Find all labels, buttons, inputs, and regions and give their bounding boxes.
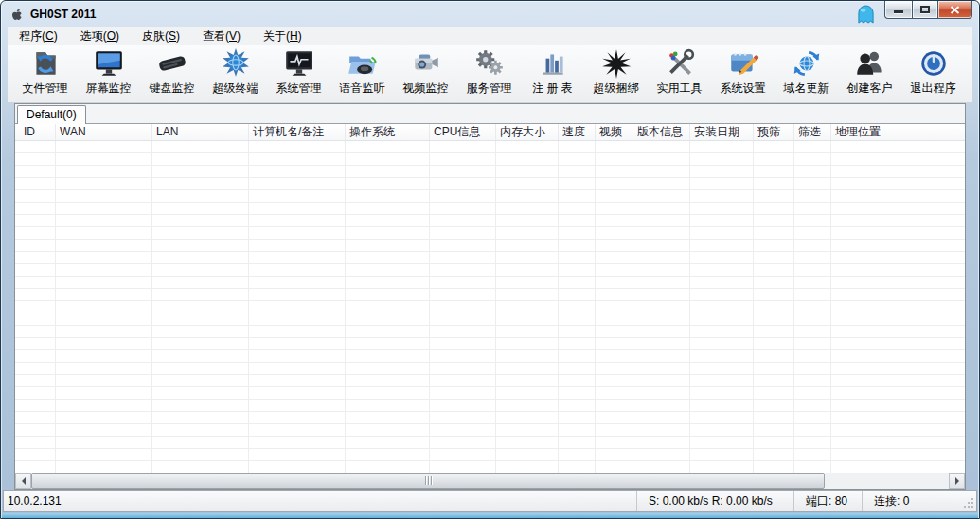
exit-program-icon bbox=[918, 47, 950, 80]
column-header-speed[interactable]: 速度 bbox=[559, 124, 596, 140]
toolbar-keyboard-monitor[interactable]: 键盘监控 bbox=[140, 47, 204, 102]
column-gridline bbox=[429, 141, 430, 473]
menu-options[interactable]: 选项(O) bbox=[69, 27, 131, 45]
apple-logo-icon bbox=[9, 7, 25, 22]
thumb-grip-icon bbox=[431, 476, 432, 485]
toolbar-utility-tools[interactable]: 实用工具 bbox=[648, 47, 711, 102]
column-gridline bbox=[753, 141, 754, 473]
toolbar-label: 注 册 表 bbox=[532, 81, 573, 97]
create-client-icon bbox=[854, 47, 886, 80]
super-bind-icon bbox=[600, 47, 633, 80]
column-header-computer-name[interactable]: 计算机名/备注 bbox=[249, 124, 346, 140]
status-traffic: S: 0.00 kb/s R: 0.00 kb/s bbox=[636, 491, 793, 511]
toolbar-label: 键盘监控 bbox=[150, 81, 195, 97]
menu-view[interactable]: 查看(V) bbox=[191, 27, 252, 45]
toolbar-label: 服务管理 bbox=[467, 81, 512, 97]
menu-skin[interactable]: 皮肤(S) bbox=[131, 27, 191, 45]
column-gridline bbox=[495, 141, 496, 473]
toolbar-exit-program[interactable]: 退出程序 bbox=[901, 47, 965, 102]
column-header-cpu[interactable]: CPU信息 bbox=[430, 124, 496, 140]
toolbar-label: 超级终端 bbox=[213, 81, 258, 97]
file-manager-icon bbox=[29, 47, 62, 80]
thumb-grip-icon bbox=[428, 476, 429, 485]
menubar: 程序(C) 选项(O) 皮肤(S) 查看(V) 关于(H) bbox=[8, 27, 972, 45]
toolbar-super-bind[interactable]: 超级捆绑 bbox=[584, 47, 648, 102]
column-gridline bbox=[633, 141, 633, 473]
column-header-video[interactable]: 视频 bbox=[596, 124, 633, 140]
app-window: GH0ST 2011 程序(C) 选项(O) 皮肤(S) 查看(V) 关于(H) bbox=[0, 0, 980, 519]
maximize-icon bbox=[920, 6, 930, 13]
toolbar-domain-update[interactable]: 域名更新 bbox=[775, 47, 838, 102]
thumb-grip-icon bbox=[425, 476, 426, 485]
toolbar-label: 语音监听 bbox=[340, 81, 385, 97]
left-arrow-icon bbox=[18, 477, 26, 485]
toolbar-label: 文件管理 bbox=[23, 81, 68, 97]
column-header-filter[interactable]: 筛选 bbox=[794, 124, 831, 140]
column-gridline bbox=[558, 141, 559, 473]
column-header-id[interactable]: ID bbox=[15, 124, 56, 140]
column-header-wan[interactable]: WAN bbox=[56, 124, 152, 140]
column-header-location[interactable]: 地理位置 bbox=[831, 124, 965, 140]
column-gridline bbox=[345, 141, 346, 473]
maximize-button[interactable] bbox=[912, 1, 938, 19]
close-button[interactable] bbox=[938, 1, 972, 19]
client-area: Default(0) ID WAN LAN 计算机名/备注 操作系统 CPU信息… bbox=[14, 103, 966, 490]
table-body bbox=[15, 141, 965, 473]
menu-about[interactable]: 关于(H) bbox=[252, 27, 313, 45]
toolbar-label: 系统管理 bbox=[276, 81, 322, 97]
column-gridline bbox=[55, 141, 56, 473]
scroll-left-button[interactable] bbox=[15, 473, 31, 489]
horizontal-scrollbar[interactable] bbox=[15, 473, 965, 489]
tab-strip: Default(0) bbox=[15, 104, 965, 124]
minimize-icon bbox=[894, 10, 903, 13]
tab-default[interactable]: Default(0) bbox=[17, 105, 86, 124]
toolbar-registry[interactable]: 注 册 表 bbox=[521, 47, 584, 102]
toolbar-system-settings[interactable]: 系统设置 bbox=[711, 47, 775, 102]
scrollbar-thumb[interactable] bbox=[31, 473, 825, 489]
toolbar-label: 视频监控 bbox=[403, 81, 449, 97]
titlebar[interactable]: GH0ST 2011 bbox=[1, 1, 979, 27]
column-header-prefilter[interactable]: 预筛 bbox=[754, 124, 794, 140]
domain-update-icon bbox=[791, 47, 823, 80]
right-arrow-icon bbox=[955, 477, 963, 485]
column-gridline bbox=[830, 141, 831, 473]
column-header-os[interactable]: 操作系统 bbox=[346, 124, 430, 140]
screen-monitor-icon bbox=[93, 47, 125, 80]
registry-icon bbox=[537, 47, 569, 80]
column-header-install-date[interactable]: 安装日期 bbox=[690, 124, 754, 140]
minimize-button[interactable] bbox=[884, 1, 912, 19]
status-ip: 10.0.2.131 bbox=[4, 491, 636, 511]
toolbar-system-manager[interactable]: 系统管理 bbox=[267, 47, 330, 102]
window-title: GH0ST 2011 bbox=[30, 8, 96, 21]
window-controls bbox=[884, 1, 972, 19]
toolbar-service-manager[interactable]: 服务管理 bbox=[457, 47, 521, 102]
toolbar-super-terminal[interactable]: 超级终端 bbox=[204, 47, 267, 102]
window-frame-bottom bbox=[2, 513, 978, 518]
toolbar-create-client[interactable]: 创建客户 bbox=[838, 47, 901, 102]
utility-tools-icon bbox=[664, 47, 696, 80]
toolbar-screen-monitor[interactable]: 屏幕监控 bbox=[77, 47, 140, 102]
column-header-lan[interactable]: LAN bbox=[152, 124, 249, 140]
voice-monitor-icon bbox=[347, 47, 379, 80]
status-port: 端口: 80 bbox=[793, 491, 862, 511]
menu-program[interactable]: 程序(C) bbox=[8, 27, 69, 45]
toolbar-label: 实用工具 bbox=[657, 81, 703, 97]
toolbar-video-monitor[interactable]: 视频监控 bbox=[394, 47, 457, 102]
status-connections: 连接: 0 bbox=[862, 491, 976, 511]
toolbar-voice-monitor[interactable]: 语音监听 bbox=[330, 47, 394, 102]
video-monitor-icon bbox=[410, 47, 442, 80]
scroll-right-button[interactable] bbox=[949, 473, 965, 489]
table-header: ID WAN LAN 计算机名/备注 操作系统 CPU信息 内存大小 速度 视频… bbox=[15, 124, 965, 141]
toolbar-file-manager[interactable]: 文件管理 bbox=[13, 47, 77, 102]
super-terminal-icon bbox=[220, 47, 252, 80]
resize-grip[interactable] bbox=[962, 497, 974, 510]
close-icon bbox=[950, 6, 960, 14]
column-header-memory[interactable]: 内存大小 bbox=[496, 124, 559, 140]
system-manager-icon bbox=[283, 47, 315, 80]
toolbar-label: 域名更新 bbox=[784, 81, 829, 97]
statusbar: 10.0.2.131 S: 0.00 kb/s R: 0.00 kb/s 端口:… bbox=[3, 490, 977, 512]
column-gridline bbox=[595, 141, 596, 473]
service-manager-icon bbox=[473, 47, 506, 80]
ghost-mascot-icon bbox=[857, 5, 875, 25]
column-header-version[interactable]: 版本信息 bbox=[633, 124, 690, 140]
